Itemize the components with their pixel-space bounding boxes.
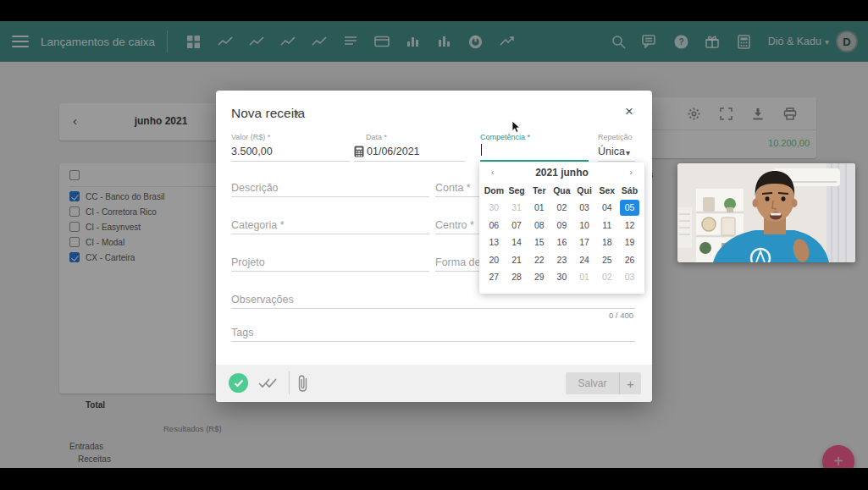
- calendar-day[interactable]: 29: [528, 268, 550, 286]
- modal-title[interactable]: Nova receita: [231, 106, 305, 121]
- tags-input[interactable]: Tags: [231, 327, 253, 339]
- calendar-day-selected[interactable]: 05: [620, 200, 639, 216]
- data-label: Data *: [366, 133, 387, 141]
- categoria-input[interactable]: Categoria *: [231, 219, 285, 231]
- calendar-day[interactable]: 08: [528, 217, 550, 234]
- date-picker: ‹ 2021 junho › DomSegTerQuaQuiSexSáb 303…: [479, 162, 644, 294]
- footer-divider: [289, 372, 290, 394]
- calendar-day[interactable]: 23: [550, 251, 573, 269]
- modal-footer: Salvar +: [216, 365, 652, 402]
- nova-receita-modal: Nova receita ▾ × Valor (R$) * 3.500,00 D…: [216, 91, 652, 402]
- presenter-illustration: [677, 163, 855, 262]
- calendar-day[interactable]: 31: [506, 199, 528, 217]
- weekday-label: Seg: [506, 183, 528, 198]
- calendar-title: 2021 junho: [479, 167, 644, 179]
- attachment-icon[interactable]: [297, 374, 308, 396]
- calendar-day[interactable]: 19: [618, 234, 641, 251]
- calendar-day[interactable]: 04: [595, 199, 618, 217]
- calendar-day[interactable]: 14: [506, 234, 528, 251]
- calendar-day[interactable]: 24: [573, 251, 596, 269]
- calendar-day[interactable]: 03: [618, 268, 641, 286]
- calendar-day[interactable]: 01: [573, 268, 596, 286]
- calendar-day[interactable]: 18: [595, 234, 618, 251]
- calendar-day[interactable]: 03: [573, 199, 596, 217]
- confirm-check-icon[interactable]: [229, 373, 248, 393]
- calendar-next-icon[interactable]: ›: [629, 167, 633, 177]
- competencia-label: Competência *: [480, 133, 530, 141]
- calendar-day[interactable]: 02: [550, 199, 573, 217]
- calendar-weekdays: DomSegTerQuaQuiSexSáb: [483, 183, 641, 198]
- centro-input[interactable]: Centro *: [435, 219, 474, 231]
- calendar-day[interactable]: 26: [618, 251, 641, 269]
- competencia-input[interactable]: [480, 160, 589, 162]
- descricao-input[interactable]: Descrição: [231, 182, 279, 194]
- calendar-day[interactable]: 16: [550, 234, 573, 251]
- weekday-label: Ter: [528, 183, 550, 198]
- calendar-day[interactable]: 09: [550, 217, 573, 234]
- calendar-day[interactable]: 20: [483, 251, 506, 269]
- projeto-input[interactable]: Projeto: [231, 256, 265, 268]
- calendar-days: 3031010203040506070809101112131415161718…: [483, 199, 641, 286]
- valor-input[interactable]: 3.500,00: [231, 146, 273, 157]
- letterbox-bottom: [0, 468, 868, 490]
- weekday-label: Qui: [573, 183, 596, 198]
- conta-input[interactable]: Conta *: [435, 182, 471, 194]
- weekday-label: Qua: [550, 183, 573, 198]
- calendar-day[interactable]: 11: [595, 217, 618, 234]
- chevron-down-icon[interactable]: ▾: [626, 148, 630, 157]
- weekday-label: Dom: [483, 183, 506, 198]
- calendar-day[interactable]: 15: [528, 234, 550, 251]
- calendar-day[interactable]: 28: [506, 268, 528, 286]
- weekday-label: Sex: [595, 183, 618, 198]
- letterbox-top: [0, 0, 868, 21]
- calendar-day[interactable]: 12: [618, 217, 641, 234]
- calendar-icon[interactable]: [354, 146, 364, 157]
- calendar-day[interactable]: 21: [506, 251, 528, 269]
- char-counter: 0 / 400: [609, 311, 633, 320]
- observacoes-input[interactable]: Observações: [231, 294, 294, 306]
- save-and-add-button[interactable]: +: [619, 372, 641, 394]
- calendar-day[interactable]: 17: [573, 234, 596, 251]
- calendar-day[interactable]: 30: [550, 268, 573, 286]
- webcam-video-overlay: [677, 163, 855, 262]
- data-input[interactable]: 01/06/2021: [367, 146, 420, 157]
- chevron-down-icon[interactable]: ▾: [295, 108, 299, 118]
- calendar-day[interactable]: 27: [483, 268, 506, 286]
- weekday-label: Sáb: [618, 183, 641, 198]
- calendar-day[interactable]: 07: [506, 217, 528, 234]
- valor-label: Valor (R$) *: [231, 133, 270, 141]
- calendar-day[interactable]: 01: [528, 199, 550, 217]
- repeticao-select[interactable]: Única: [598, 146, 625, 157]
- text-caret: [481, 144, 482, 156]
- calendar-day[interactable]: 25: [595, 251, 618, 269]
- calendar-day[interactable]: 22: [528, 251, 550, 269]
- calendar-day[interactable]: 06: [483, 217, 506, 234]
- close-icon[interactable]: ×: [625, 104, 633, 118]
- mouse-cursor: [511, 120, 522, 134]
- double-check-icon[interactable]: [258, 377, 278, 392]
- calendar-day[interactable]: 10: [573, 217, 596, 234]
- repeticao-label: Repetição: [598, 133, 633, 141]
- calendar-day[interactable]: 02: [595, 268, 618, 286]
- save-button[interactable]: Salvar: [566, 372, 619, 394]
- calendar-day[interactable]: 13: [483, 234, 506, 251]
- calendar-day[interactable]: 30: [483, 199, 506, 217]
